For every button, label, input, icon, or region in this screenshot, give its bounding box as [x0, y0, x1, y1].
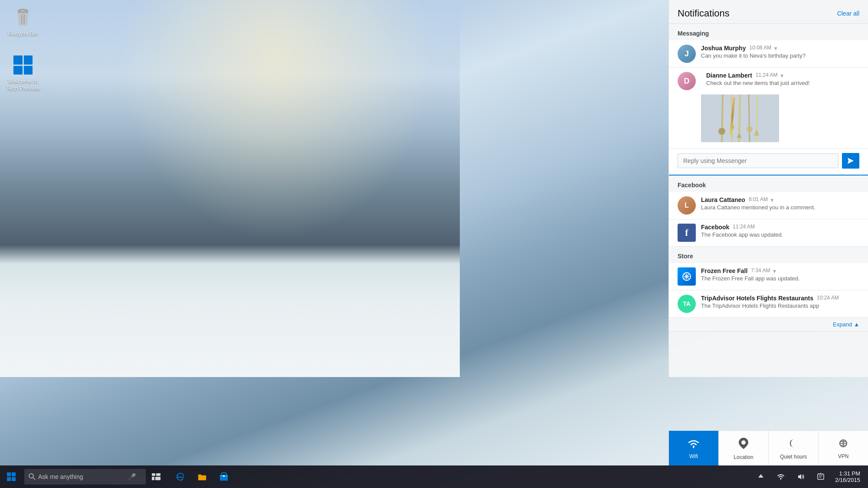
- action-center-icon: [817, 473, 825, 481]
- svg-rect-17: [701, 94, 779, 142]
- start-button[interactable]: [0, 465, 23, 488]
- taskbar-search-bar[interactable]: 🎤: [24, 469, 146, 485]
- quiet-hours-quick-action[interactable]: Quiet hours: [769, 431, 819, 465]
- tripadvisor-message: The TripAdvisor Hotels Flights Restauran…: [701, 303, 859, 309]
- wifi-quick-action[interactable]: Wifi: [669, 431, 719, 465]
- laura-name: Laura Cattaneo: [701, 196, 745, 203]
- network-icon[interactable]: [772, 465, 790, 488]
- store-taskbar-button[interactable]: [213, 465, 234, 488]
- store-section-header: Store: [669, 247, 868, 263]
- dianne-time: 11:24 AM: [756, 72, 778, 78]
- wifi-icon: [688, 439, 700, 451]
- system-tray-expand-icon: [757, 473, 764, 480]
- notification-item-facebook-app[interactable]: f Facebook 11:24 AM The Facebook app was…: [669, 219, 868, 247]
- notification-header: Notifications Clear all: [669, 0, 868, 24]
- tripadvisor-content: TripAdvisor Hotels Flights Restaurants 1…: [701, 295, 859, 309]
- facebook-app-name: Facebook: [701, 224, 729, 231]
- location-quick-action[interactable]: Location: [719, 431, 769, 465]
- svg-point-28: [29, 474, 33, 478]
- tripadvisor-avatar: TA: [678, 295, 696, 313]
- svg-line-29: [33, 478, 35, 480]
- send-icon: [847, 157, 855, 165]
- laura-chevron: ▼: [770, 197, 775, 203]
- clock-time: 1:31 PM: [839, 470, 860, 477]
- facebook-app-content: Facebook 11:24 AM The Facebook app was u…: [701, 224, 859, 238]
- svg-point-38: [780, 478, 782, 479]
- recycle-bin-icon[interactable]: Recycle Bin: [3, 3, 43, 40]
- svg-rect-30: [152, 473, 155, 476]
- laura-message: Laura Cattaneo mentioned you in a commen…: [701, 204, 859, 211]
- expand-chevron-icon: ▲: [854, 321, 859, 328]
- notification-item-laura[interactable]: L Laura Cattaneo 8:01 AM ▼ Laura Cattane…: [669, 192, 868, 219]
- windows-preview-image: [12, 54, 34, 76]
- joshua-content: Joshua Murphy 10:08 AM ▼ Can you make it…: [701, 45, 859, 59]
- dianne-message: Check out the new items that just arrive…: [706, 80, 859, 86]
- joshua-avatar: J: [678, 45, 696, 63]
- svg-rect-33: [155, 477, 160, 480]
- taskbar: 🎤: [0, 465, 868, 488]
- task-view-button[interactable]: [146, 465, 167, 488]
- dianne-image: [701, 94, 779, 142]
- dianne-content: Dianne Lambert 11:24 AM ▼ Check out the …: [706, 72, 859, 86]
- expand-button[interactable]: Expand ▲: [833, 321, 859, 328]
- action-center-icon[interactable]: [812, 465, 830, 488]
- search-icon: [29, 473, 36, 480]
- taskbar-apps: [170, 465, 234, 488]
- facebook-section-header: Facebook: [669, 176, 868, 192]
- tripadvisor-time: 10:24 AM: [817, 295, 839, 301]
- expand-row: Expand ▲: [669, 318, 868, 332]
- svg-rect-26: [7, 477, 11, 481]
- location-icon: [739, 438, 748, 452]
- quick-actions-bar: Wifi Location Quiet hours: [668, 430, 868, 465]
- windows-logo-icon: [7, 472, 16, 481]
- store-taskbar-icon: [219, 472, 228, 481]
- svg-point-19: [693, 446, 694, 447]
- reply-area: [669, 149, 868, 176]
- taskbar-right: 1:31 PM 2/16/2015: [752, 465, 868, 488]
- laura-avatar: L: [678, 196, 696, 215]
- edge-button[interactable]: [170, 465, 191, 488]
- notification-item-frozen[interactable]: Frozen Free Fall 7:34 AM ▼ The Frozen Fr…: [669, 263, 868, 290]
- wallpaper: [0, 0, 460, 377]
- wifi-label: Wifi: [689, 453, 698, 459]
- search-input[interactable]: [38, 473, 125, 480]
- clock-date: 2/16/2015: [835, 477, 860, 483]
- svg-rect-25: [12, 472, 16, 476]
- windows-preview-icon[interactable]: Welcome to Tech Preview: [3, 51, 43, 94]
- network-status-icon: [777, 474, 784, 480]
- joshua-time: 10:08 AM: [749, 45, 771, 51]
- reply-input[interactable]: [678, 153, 839, 168]
- file-explorer-icon: [198, 473, 206, 481]
- vpn-quick-action[interactable]: VPN: [819, 431, 868, 465]
- quiet-hours-label: Quiet hours: [780, 454, 807, 460]
- frozen-message: The Frozen Free Fall app was updated.: [701, 275, 859, 282]
- volume-icon[interactable]: [792, 465, 810, 488]
- recycle-bin-image: [12, 6, 34, 29]
- task-view-icon: [152, 473, 160, 480]
- laura-time: 8:01 AM: [749, 196, 768, 202]
- quiet-hours-icon: [788, 438, 799, 451]
- notification-title: Notifications: [678, 8, 730, 19]
- clock[interactable]: 1:31 PM 2/16/2015: [832, 470, 864, 483]
- reply-send-button[interactable]: [842, 153, 859, 169]
- file-explorer-button[interactable]: [192, 465, 213, 488]
- svg-rect-5: [21, 10, 25, 12]
- notification-item-joshua[interactable]: J Joshua Murphy 10:08 AM ▼ Can you make …: [669, 40, 868, 68]
- laura-content: Laura Cattaneo 8:01 AM ▼ Laura Cattaneo …: [701, 196, 859, 211]
- volume-status-icon: [797, 473, 805, 480]
- svg-rect-39: [818, 474, 824, 479]
- notification-item-dianne[interactable]: D Dianne Lambert 11:24 AM ▼ Check out th…: [669, 68, 868, 149]
- svg-point-36: [223, 475, 225, 477]
- edge-icon: [176, 472, 185, 481]
- frozen-name: Frozen Free Fall: [701, 267, 747, 274]
- notification-panel: Notifications Clear all Messaging J Josh…: [668, 0, 868, 377]
- notification-body: Messaging J Joshua Murphy 10:08 AM ▼ Can…: [669, 24, 868, 377]
- vpn-label: VPN: [838, 453, 849, 459]
- clear-all-button[interactable]: Clear all: [837, 10, 859, 17]
- system-tray-icon[interactable]: [752, 465, 770, 488]
- svg-point-20: [741, 440, 746, 445]
- recycle-bin-label: Recycle Bin: [8, 30, 38, 37]
- microphone-icon: 🎤: [128, 473, 136, 481]
- joshua-message: Can you make it to Neva's birthday party…: [701, 52, 859, 59]
- notification-item-tripadvisor[interactable]: TA TripAdvisor Hotels Flights Restaurant…: [669, 290, 868, 318]
